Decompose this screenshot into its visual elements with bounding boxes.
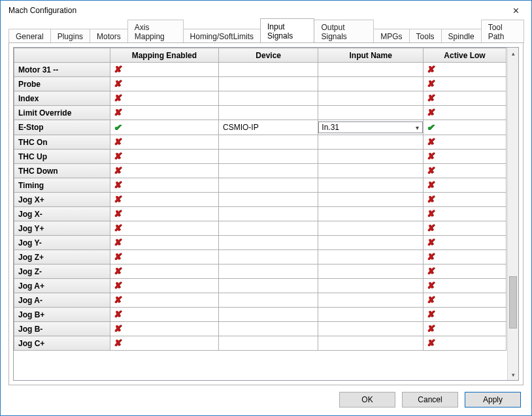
- cell-active-low[interactable]: ✘: [424, 150, 507, 164]
- tab-input-signals[interactable]: Input Signals: [260, 18, 315, 42]
- cell-mapping-enabled[interactable]: ✔: [110, 120, 218, 135]
- row-header[interactable]: THC Down: [14, 164, 110, 178]
- cell-input-name[interactable]: [318, 178, 424, 193]
- cell-input-name[interactable]: [318, 293, 424, 308]
- cell-device[interactable]: [219, 207, 318, 221]
- cell-active-low[interactable]: ✘: [424, 193, 507, 207]
- column-header[interactable]: Active Low: [424, 48, 507, 63]
- cell-device[interactable]: [219, 135, 318, 150]
- cell-device[interactable]: CSMIO-IP: [219, 120, 318, 135]
- vertical-scrollbar[interactable]: ▴ ▾: [507, 48, 518, 380]
- cell-active-low[interactable]: ✘: [424, 106, 507, 120]
- cell-input-name[interactable]: [318, 135, 424, 150]
- cell-active-low[interactable]: ✘: [424, 336, 507, 351]
- row-header[interactable]: Jog C+: [14, 336, 110, 351]
- cell-mapping-enabled[interactable]: ✘: [110, 293, 218, 308]
- cell-device[interactable]: [219, 150, 318, 164]
- cell-input-name[interactable]: In.31▾: [318, 120, 424, 135]
- tab-general[interactable]: General: [8, 29, 51, 43]
- cell-mapping-enabled[interactable]: ✘: [110, 164, 218, 178]
- cell-input-name[interactable]: [318, 308, 424, 322]
- cell-device[interactable]: [219, 77, 318, 91]
- cell-active-low[interactable]: ✘: [424, 207, 507, 221]
- row-header[interactable]: Probe: [14, 77, 110, 91]
- cell-device[interactable]: [219, 91, 318, 106]
- row-header[interactable]: Jog Z+: [14, 250, 110, 264]
- cell-input-name[interactable]: [318, 336, 424, 351]
- cell-active-low[interactable]: ✘: [424, 91, 507, 106]
- cell-active-low[interactable]: ✘: [424, 308, 507, 322]
- cell-device[interactable]: [219, 336, 318, 351]
- cell-device[interactable]: [219, 308, 318, 322]
- scroll-down-arrow-icon[interactable]: ▾: [508, 369, 518, 380]
- cell-input-name[interactable]: [318, 250, 424, 264]
- cell-device[interactable]: [219, 279, 318, 293]
- chevron-down-icon[interactable]: ▾: [412, 122, 422, 133]
- tab-tools[interactable]: Tools: [409, 29, 442, 43]
- row-header[interactable]: Jog X+: [14, 193, 110, 207]
- row-header[interactable]: Jog Z-: [14, 264, 110, 279]
- cell-device[interactable]: [219, 164, 318, 178]
- cell-device[interactable]: [219, 63, 318, 77]
- cell-mapping-enabled[interactable]: ✘: [110, 221, 218, 236]
- cell-mapping-enabled[interactable]: ✘: [110, 150, 218, 164]
- row-header[interactable]: Jog B-: [14, 322, 110, 336]
- cell-active-low[interactable]: ✘: [424, 264, 507, 279]
- row-header[interactable]: THC Up: [14, 150, 110, 164]
- cell-active-low[interactable]: ✘: [424, 77, 507, 91]
- column-header[interactable]: Mapping Enabled: [110, 48, 218, 63]
- row-header[interactable]: Index: [14, 91, 110, 106]
- cell-input-name[interactable]: [318, 106, 424, 120]
- row-header[interactable]: Jog Y-: [14, 236, 110, 250]
- tab-tool-path[interactable]: Tool Path: [481, 20, 524, 43]
- cell-input-name[interactable]: [318, 91, 424, 106]
- tab-output-signals[interactable]: Output Signals: [314, 20, 374, 43]
- cell-mapping-enabled[interactable]: ✘: [110, 193, 218, 207]
- cell-active-low[interactable]: ✘: [424, 221, 507, 236]
- ok-button[interactable]: OK: [339, 392, 395, 408]
- scrollbar-track[interactable]: [508, 59, 518, 369]
- cell-device[interactable]: [219, 264, 318, 279]
- cell-input-name[interactable]: [318, 322, 424, 336]
- cell-active-low[interactable]: ✘: [424, 178, 507, 193]
- cell-input-name[interactable]: [318, 207, 424, 221]
- cell-mapping-enabled[interactable]: ✘: [110, 106, 218, 120]
- cell-active-low[interactable]: ✘: [424, 279, 507, 293]
- cell-input-name[interactable]: [318, 77, 424, 91]
- row-header[interactable]: Jog Y+: [14, 221, 110, 236]
- row-header[interactable]: Limit Override: [14, 106, 110, 120]
- cell-device[interactable]: [219, 106, 318, 120]
- cell-active-low[interactable]: ✘: [424, 164, 507, 178]
- tab-spindle[interactable]: Spindle: [441, 29, 482, 43]
- tab-axis-mapping[interactable]: Axis Mapping: [127, 20, 184, 43]
- cell-active-low[interactable]: ✘: [424, 250, 507, 264]
- input-name-combo[interactable]: In.31▾: [318, 121, 423, 133]
- tab-plugins[interactable]: Plugins: [50, 29, 90, 43]
- cell-input-name[interactable]: [318, 279, 424, 293]
- column-header[interactable]: Device: [219, 48, 318, 63]
- cell-mapping-enabled[interactable]: ✘: [110, 77, 218, 91]
- cell-mapping-enabled[interactable]: ✘: [110, 322, 218, 336]
- tab-mpgs[interactable]: MPGs: [373, 29, 409, 43]
- row-header[interactable]: Jog A+: [14, 279, 110, 293]
- cell-input-name[interactable]: [318, 164, 424, 178]
- cell-device[interactable]: [219, 236, 318, 250]
- scroll-up-arrow-icon[interactable]: ▴: [508, 48, 518, 59]
- cell-active-low[interactable]: ✘: [424, 322, 507, 336]
- cell-input-name[interactable]: [318, 236, 424, 250]
- row-header[interactable]: Timing: [14, 178, 110, 193]
- column-header[interactable]: Input Name: [318, 48, 424, 63]
- cell-mapping-enabled[interactable]: ✘: [110, 308, 218, 322]
- cell-mapping-enabled[interactable]: ✘: [110, 135, 218, 150]
- cell-active-low[interactable]: ✔: [424, 120, 507, 135]
- cell-device[interactable]: [219, 293, 318, 308]
- apply-button[interactable]: Apply: [465, 392, 521, 408]
- cell-active-low[interactable]: ✘: [424, 135, 507, 150]
- cell-mapping-enabled[interactable]: ✘: [110, 236, 218, 250]
- cell-mapping-enabled[interactable]: ✘: [110, 264, 218, 279]
- column-header[interactable]: [14, 48, 110, 63]
- cell-device[interactable]: [219, 250, 318, 264]
- cancel-button[interactable]: Cancel: [402, 392, 458, 408]
- cell-mapping-enabled[interactable]: ✘: [110, 279, 218, 293]
- close-button[interactable]: ✕: [507, 3, 525, 18]
